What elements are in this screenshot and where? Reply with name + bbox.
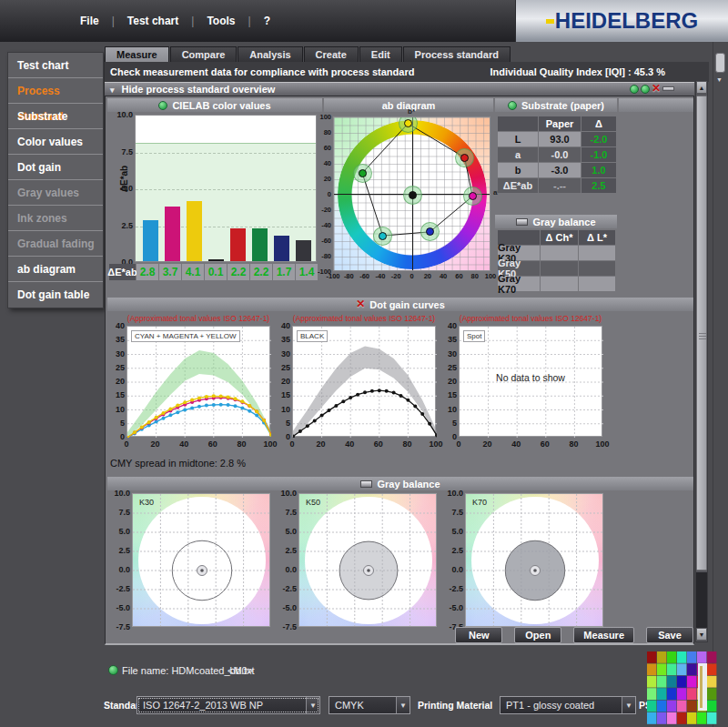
- dropdown-arrow-icon[interactable]: ▼: [622, 697, 635, 713]
- substrate-title: Substrate (paper): [521, 100, 604, 111]
- menu-[interactable]: ?: [258, 15, 276, 27]
- menu-file[interactable]: File: [75, 15, 105, 27]
- sidebar-item-test-chart[interactable]: Test chart: [8, 53, 103, 78]
- sidebar-item-process-standard[interactable]: Process standard: [8, 78, 103, 104]
- ab-point-cyan: [379, 232, 387, 240]
- standard-select[interactable]: ISO 12647-2_2013 WB NP ▼: [136, 696, 320, 714]
- open-button[interactable]: Open: [514, 627, 561, 643]
- process-standard-overview-panel: CIELAB color values ab diagram Substrate…: [105, 96, 694, 645]
- menu-test-chart[interactable]: Test chart: [122, 15, 184, 27]
- printing-material-value: PT1 - glossy coated: [500, 700, 622, 711]
- window-edge-divider: [713, 42, 713, 727]
- gray-balance-chart-label: K50: [306, 498, 320, 507]
- gray-balance-y-ticks: 10.07.55.02.50.0-2.5-5.0-7.5: [274, 493, 297, 627]
- scroll-down-icon[interactable]: ▼: [696, 628, 707, 641]
- gray-balance-l-value: [579, 277, 615, 291]
- scrollbar-shade: [696, 572, 707, 629]
- gray-balance-plot-k70: K70: [465, 493, 603, 627]
- substrate-row-label: a: [498, 147, 538, 162]
- dropdown-arrow-icon[interactable]: ▼: [396, 697, 410, 713]
- substrate-row-label: L: [498, 132, 538, 146]
- tab-create[interactable]: Create: [304, 46, 359, 62]
- printing-material-select[interactable]: PT1 - glossy coated ▼: [500, 696, 636, 714]
- sidebar-item-ab-diagram[interactable]: ab diagram: [8, 257, 103, 282]
- cielab-bar-yellow: [187, 201, 202, 261]
- gray-balance-l-value: [579, 261, 615, 276]
- sidebar-item-gradual-fading[interactable]: Gradual fading: [8, 231, 103, 257]
- gray-balance-y-ticks: 10.07.55.02.50.0-2.5-5.0-7.5: [440, 493, 463, 627]
- sidebar-item-dot-gain-table[interactable]: Dot gain table: [8, 282, 103, 308]
- save-button[interactable]: Save: [646, 627, 693, 643]
- table-row: a-0.0-1.0: [498, 147, 617, 162]
- colorspace-select[interactable]: CMYK ▼: [329, 696, 410, 714]
- gray-balance-chart-label: K70: [472, 498, 487, 507]
- overview-toggle-label: Hide process standard overview: [122, 84, 276, 95]
- tab-edit[interactable]: Edit: [359, 46, 402, 62]
- dot-gain-plot-cyan-magenta-yellow: CYAN + MAGENTA + YELLOW: [126, 326, 270, 437]
- plot-inner-label: Spot: [463, 330, 485, 342]
- overview-toggle-bar[interactable]: ▾ Hide process standard overview ✕: [105, 82, 694, 96]
- ab-y-ticks: 100806040200-20-40-60-80-100: [317, 116, 331, 271]
- logo-text: HEIDELBERG: [555, 8, 698, 34]
- dropdown-arrow-icon[interactable]: ▼: [306, 697, 319, 713]
- gray-balance-plot-k30: K30: [132, 493, 270, 627]
- delta-e-value: 2.2: [250, 264, 272, 280]
- cielab-bar-magenta: [165, 207, 180, 261]
- header-filler: [619, 98, 693, 112]
- gray-balance-chart-label: K30: [139, 498, 154, 507]
- status-fail-icon: ✕: [652, 84, 661, 94]
- header-strip: Check measurement data for compliance wi…: [105, 62, 709, 82]
- menu-tools[interactable]: Tools: [201, 15, 240, 27]
- edge-scroll-down-icon[interactable]: ▼: [716, 76, 723, 83]
- chevron-down-icon: ▾: [110, 86, 115, 95]
- file-status-icon: [108, 665, 118, 675]
- substrate-delta-value: -1.0: [581, 147, 616, 162]
- delta-e-value: 4.1: [182, 264, 204, 280]
- sidebar-item-substrate[interactable]: Substrate: [8, 104, 103, 129]
- tab-analysis[interactable]: Analysis: [238, 46, 302, 62]
- colorspace-value: CMYK: [329, 700, 396, 711]
- substrate-section-header: Substrate (paper): [495, 98, 617, 112]
- dot-gain-note: (Approximated tonal values ISO 12647-1): [273, 314, 455, 323]
- tab-bar: MeasureCompareAnalysisCreateEditProcess …: [105, 46, 511, 62]
- gray-balance-col-header: Δ L*: [579, 230, 615, 245]
- scrollbar-thumb[interactable]: [696, 96, 707, 570]
- edge-scrollbar-thumb[interactable]: [715, 53, 725, 73]
- dot-gain-y-ticks: 4035302520151050: [273, 326, 290, 437]
- dot-gain-section-header: ✕ Dot gain curves: [107, 298, 693, 311]
- sidebar-item-gray-values[interactable]: Gray values: [8, 180, 103, 206]
- tab-compare[interactable]: Compare: [170, 46, 238, 62]
- substrate-table: PaperΔL93.0-2.0a-0.0-1.0b-3.01.0ΔE*ab-.-…: [498, 116, 617, 194]
- substrate-delta-value: 2.5: [581, 178, 616, 193]
- substrate-col-header: [498, 116, 538, 131]
- vertical-scrollbar[interactable]: ▲ ▼: [695, 80, 708, 642]
- substrate-paper-value: -3.0: [539, 163, 581, 177]
- gray-balance-ch-value: [541, 261, 578, 276]
- scroll-up-icon[interactable]: ▲: [696, 81, 707, 94]
- menu-separator: |: [105, 15, 122, 27]
- printing-material-label: Printing Material: [418, 700, 492, 711]
- substrate-paper-value: -.--: [539, 178, 581, 193]
- gray-balance-table-header: Gray balance: [495, 215, 617, 228]
- gray-balance-plot-k50: K50: [298, 493, 437, 627]
- table-row: L93.0-2.0: [498, 132, 617, 146]
- sidebar-item-color-values[interactable]: Color values: [8, 129, 103, 155]
- substrate-col-header: Paper: [539, 116, 581, 131]
- gray-status-icon: [360, 480, 372, 488]
- iqi-value: Individual Quality Index [IQI] : 45.3 %: [490, 62, 665, 82]
- test-chart-thumbnail: [647, 651, 718, 727]
- status-ok-icon: [158, 101, 167, 110]
- dot-gain-note: (Approximated tonal values ISO 12647-1): [440, 314, 622, 323]
- sidebar-item-dot-gain[interactable]: Dot gain: [8, 155, 103, 180]
- new-button[interactable]: New: [455, 627, 502, 643]
- tab-process-standard[interactable]: Process standard: [403, 46, 511, 62]
- status-fail-icon: ✕: [356, 299, 365, 309]
- cielab-bar-black: [208, 259, 224, 261]
- gray-balance-col-header: Δ Ch*: [541, 230, 578, 245]
- measure-button[interactable]: Measure: [573, 627, 634, 643]
- delta-e-value: 1.4: [296, 264, 318, 280]
- cielab-row-label: ΔE*ab: [109, 264, 136, 280]
- sidebar-item-ink-zones[interactable]: Ink zones: [8, 206, 103, 231]
- tab-measure[interactable]: Measure: [105, 46, 169, 62]
- substrate-row-label: b: [498, 163, 538, 177]
